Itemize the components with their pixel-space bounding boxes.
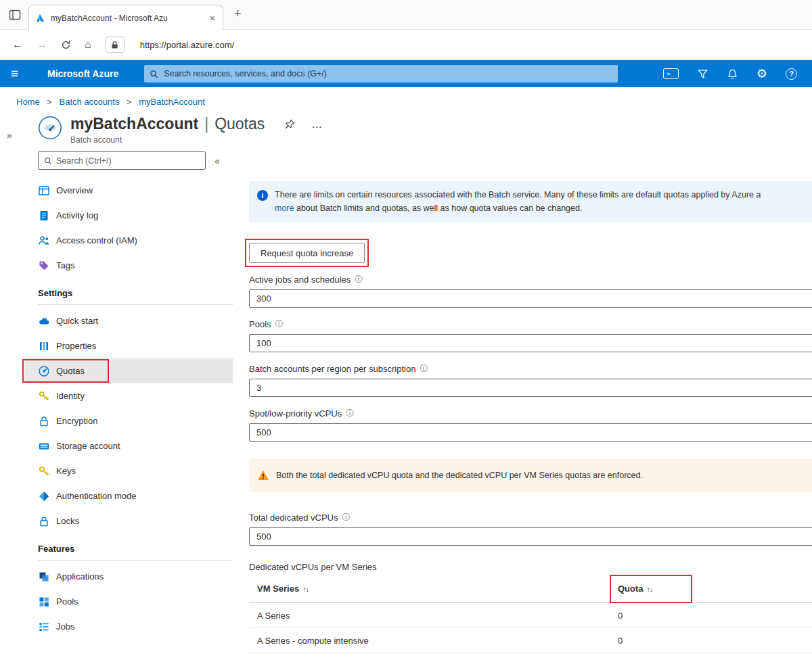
quotas-gauge-icon bbox=[38, 365, 50, 377]
sidebar-item-authentication-mode[interactable]: Authentication mode bbox=[24, 483, 233, 509]
active-jobs-input[interactable] bbox=[249, 289, 812, 308]
warning-icon bbox=[257, 469, 269, 481]
url-text[interactable]: https://portal.azure.com/ bbox=[140, 40, 234, 50]
table-header-row: VM Series ↑↓ Quota ↑↓ bbox=[249, 575, 812, 603]
applications-icon bbox=[38, 571, 50, 583]
hamburger-menu-icon[interactable]: ≡ bbox=[11, 66, 28, 81]
request-quota-increase-button[interactable]: Request quota increase bbox=[249, 243, 365, 263]
column-header-vm-series[interactable]: VM Series ↑↓ bbox=[249, 584, 618, 594]
total-vcpus-input[interactable] bbox=[249, 527, 812, 546]
sidebar-item-label: Locks bbox=[56, 516, 79, 526]
browser-tab[interactable]: myBatchAccount - Microsoft Azu × bbox=[28, 5, 223, 30]
sidebar-item-locks[interactable]: Locks bbox=[24, 509, 233, 534]
sidebar-item-label: Properties bbox=[56, 341, 96, 351]
activity-log-icon bbox=[38, 210, 50, 222]
learn-more-link[interactable]: more bbox=[275, 204, 294, 213]
back-icon[interactable]: ← bbox=[12, 39, 23, 50]
info-tooltip-icon[interactable]: ⓘ bbox=[342, 512, 351, 523]
page-title: myBatchAccount bbox=[70, 116, 198, 133]
global-search-input[interactable] bbox=[164, 69, 612, 78]
sidebar-item-applications[interactable]: Applications bbox=[24, 564, 233, 589]
vm-series-cell: A Series - compute intensive bbox=[249, 636, 618, 646]
sort-arrows-icon[interactable]: ↑↓ bbox=[647, 585, 653, 593]
sidebar-item-pools[interactable]: Pools bbox=[24, 589, 233, 614]
sidebar-item-label: Overview bbox=[56, 185, 93, 195]
forward-icon[interactable]: → bbox=[37, 39, 47, 50]
batch-account-gauge-icon bbox=[38, 116, 62, 140]
sidebar-item-label: Access control (IAM) bbox=[56, 235, 137, 245]
divider bbox=[38, 304, 233, 305]
pin-icon[interactable] bbox=[285, 119, 295, 129]
browser-tab-strip: myBatchAccount - Microsoft Azu × + bbox=[0, 0, 812, 30]
global-search[interactable] bbox=[144, 65, 618, 82]
pools-input[interactable] bbox=[249, 334, 812, 352]
column-header-quota[interactable]: Quota ↑↓ bbox=[618, 584, 812, 594]
tab-actions-icon[interactable] bbox=[8, 8, 22, 22]
azure-brand[interactable]: Microsoft Azure bbox=[47, 68, 118, 79]
sidebar-collapse-icon[interactable]: « bbox=[215, 156, 220, 166]
quotas-panel: i There are limits on certain resources … bbox=[249, 151, 812, 653]
directory-filter-icon[interactable] bbox=[697, 68, 708, 80]
breadcrumb-home[interactable]: Home bbox=[16, 97, 40, 107]
sidebar-search[interactable] bbox=[38, 151, 206, 170]
tab-close-icon[interactable]: × bbox=[208, 13, 217, 24]
panel-expand-icon[interactable]: » bbox=[7, 130, 12, 141]
search-icon bbox=[150, 70, 158, 78]
sidebar-item-jobs[interactable]: Jobs bbox=[24, 614, 233, 639]
notifications-bell-icon[interactable] bbox=[727, 68, 738, 80]
pools-icon bbox=[38, 596, 50, 608]
azure-top-bar: ≡ Microsoft Azure >_ ⚙ ? bbox=[0, 60, 812, 87]
sidebar-item-properties[interactable]: Properties bbox=[24, 333, 233, 358]
sidebar-item-access-control[interactable]: Access control (IAM) bbox=[24, 228, 233, 253]
overview-icon bbox=[38, 185, 50, 197]
jobs-icon bbox=[38, 621, 50, 633]
help-icon[interactable]: ? bbox=[786, 68, 797, 80]
table-row[interactable]: A Series - compute intensive 0 bbox=[249, 628, 812, 653]
settings-gear-icon[interactable]: ⚙ bbox=[757, 68, 767, 80]
refresh-icon[interactable] bbox=[61, 40, 71, 50]
locks-icon bbox=[38, 515, 50, 527]
sort-arrows-icon[interactable]: ↑↓ bbox=[302, 585, 309, 593]
sidebar-item-encryption[interactable]: Encryption bbox=[24, 408, 233, 433]
sidebar-item-tags[interactable]: Tags bbox=[24, 253, 233, 278]
info-tooltip-icon[interactable]: ⓘ bbox=[275, 318, 284, 330]
breadcrumb-batch-accounts[interactable]: Batch accounts bbox=[60, 97, 120, 107]
field-label-total-vcpus: Total dedicated vCPUs bbox=[249, 513, 338, 523]
info-tooltip-icon[interactable]: ⓘ bbox=[346, 408, 354, 419]
field-label-active-jobs: Active jobs and schedules bbox=[249, 275, 351, 285]
spot-vcpus-input[interactable] bbox=[249, 423, 812, 442]
breadcrumb-separator: > bbox=[42, 97, 57, 107]
cloud-shell-icon[interactable]: >_ bbox=[663, 68, 679, 79]
field-label-batch-accounts: Batch accounts per region per subscripti… bbox=[249, 364, 415, 374]
site-info-badge[interactable] bbox=[105, 37, 125, 53]
sidebar-item-keys[interactable]: Keys bbox=[24, 458, 233, 483]
home-icon[interactable]: ⌂ bbox=[85, 39, 91, 50]
info-tooltip-icon[interactable]: ⓘ bbox=[355, 274, 363, 285]
resource-menu: « Overview Activity log Access control (… bbox=[24, 151, 233, 653]
table-row[interactable]: A Series 0 bbox=[249, 603, 812, 628]
column-header-label: Quota bbox=[618, 584, 644, 594]
quick-start-icon bbox=[38, 315, 50, 327]
sidebar-item-quick-start[interactable]: Quick start bbox=[24, 308, 233, 333]
sidebar-item-storage-account[interactable]: Storage account bbox=[24, 433, 233, 458]
storage-account-icon bbox=[38, 440, 50, 452]
sidebar-section-features: Features bbox=[38, 544, 233, 554]
sidebar-item-activity-log[interactable]: Activity log bbox=[24, 203, 233, 228]
info-banner-text-line1: There are limits on certain resources as… bbox=[275, 189, 761, 202]
sidebar-search-input[interactable] bbox=[56, 156, 200, 166]
more-actions-icon[interactable]: … bbox=[311, 118, 322, 131]
lock-icon bbox=[110, 41, 119, 49]
breadcrumb-current[interactable]: myBatchAccount bbox=[139, 97, 205, 107]
info-tooltip-icon[interactable]: ⓘ bbox=[420, 363, 428, 375]
sidebar-section-settings: Settings bbox=[38, 288, 233, 298]
sidebar-item-overview[interactable]: Overview bbox=[24, 178, 233, 203]
new-tab-button[interactable]: + bbox=[234, 7, 242, 21]
sidebar-item-label: Jobs bbox=[56, 621, 74, 632]
page-subtitle: Batch account bbox=[70, 135, 322, 145]
sidebar-item-quotas[interactable]: Quotas bbox=[24, 358, 233, 383]
field-label-spot-vcpus: Spot/low-priority vCPUs bbox=[249, 408, 342, 419]
breadcrumb-separator: > bbox=[122, 97, 137, 107]
batch-accounts-input[interactable] bbox=[249, 379, 812, 397]
access-control-icon bbox=[38, 235, 50, 247]
sidebar-item-identity[interactable]: Identity bbox=[24, 383, 233, 408]
